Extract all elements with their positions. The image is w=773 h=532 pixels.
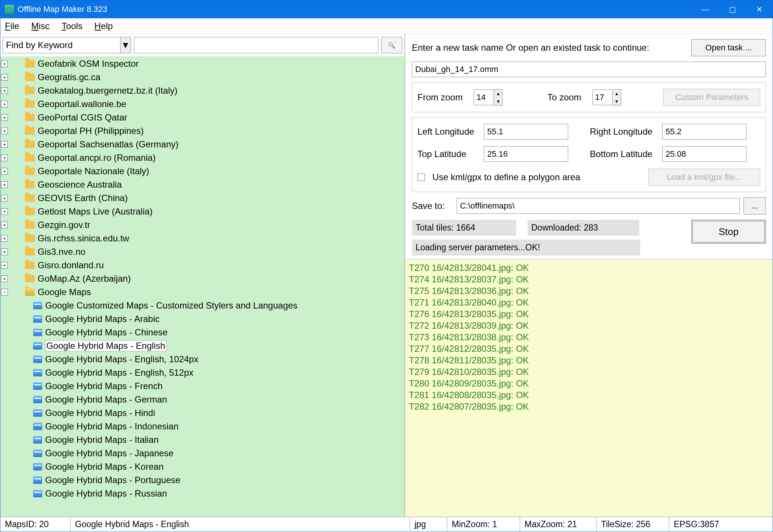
- tree-map-item[interactable]: Google Hybrid Maps - Russian: [1, 487, 404, 500]
- status-minzoom: MinZoom: 1: [447, 517, 520, 532]
- tree-map-item[interactable]: Google Hybrid Maps - Korean: [1, 460, 404, 473]
- tree-folder[interactable]: +Gis3.nve.no: [1, 245, 404, 259]
- load-kml-button[interactable]: Load a kml/gpx file...: [648, 169, 760, 186]
- tree-folder[interactable]: +GeoPortal CGIS Qatar: [1, 111, 404, 124]
- browse-button[interactable]: ...: [744, 197, 766, 215]
- tree-folder[interactable]: +Geofabrik OSM Inspector: [1, 57, 404, 71]
- expand-icon[interactable]: +: [1, 195, 8, 201]
- tree-folder[interactable]: +Gisro.donland.ru: [1, 259, 404, 272]
- tree-map-item[interactable]: Google Hybrid Maps - English: [1, 339, 404, 353]
- tree-folder[interactable]: +Geoportail.wallonie.be: [1, 97, 404, 111]
- right-longitude-input[interactable]: [662, 124, 747, 140]
- to-zoom-up[interactable]: ▲: [613, 90, 621, 97]
- search-input[interactable]: [134, 37, 378, 53]
- menu-tools[interactable]: Tools: [60, 19, 84, 33]
- to-zoom-down[interactable]: ▼: [613, 97, 621, 105]
- tree-folder[interactable]: +Geoportale Nazionale (Italy): [1, 165, 404, 178]
- tree-folder[interactable]: +Geokatalog.buergernetz.bz.it (Italy): [1, 84, 404, 97]
- tree-map-item[interactable]: Google Hybrid Maps - English, 512px: [1, 366, 404, 379]
- tree-map-item[interactable]: Google Hybrid Maps - Italian: [1, 433, 404, 447]
- maximize-button[interactable]: ▢: [719, 0, 746, 18]
- find-mode-combo[interactable]: Find by Keyword ▼: [3, 37, 131, 53]
- to-zoom-input[interactable]: [592, 90, 613, 105]
- tree-map-item[interactable]: Google Hybrid Maps - English, 1024px: [1, 353, 404, 366]
- expand-icon[interactable]: +: [1, 60, 8, 67]
- log-line: T277 16/42812/28035.jpg: OK: [409, 343, 769, 354]
- tree-map-item[interactable]: Google Hybrid Maps - Portuguese: [1, 473, 404, 487]
- tree-folder-open[interactable]: −Google Maps: [1, 285, 404, 299]
- log-line: T276 16/42813/28035.jpg: OK: [409, 308, 769, 320]
- from-zoom-input[interactable]: [474, 90, 494, 105]
- tree-map-item[interactable]: Google Hybrid Maps - Indonesian: [1, 420, 404, 433]
- tree-map-label: Google Hybrid Maps - Arabic: [45, 314, 160, 324]
- map-icon: [33, 329, 42, 336]
- top-latitude-input[interactable]: [484, 146, 568, 162]
- tree-map-item[interactable]: Google Hybrid Maps - Hindi: [1, 406, 404, 420]
- expand-icon[interactable]: +: [1, 181, 8, 188]
- tree-map-item[interactable]: Google Hybrid Maps - Chinese: [1, 326, 404, 339]
- close-button[interactable]: ✕: [746, 0, 773, 18]
- folder-icon: [25, 275, 35, 282]
- tree-map-item[interactable]: Google Customized Maps - Customized Styl…: [1, 299, 404, 312]
- expand-icon[interactable]: +: [1, 248, 8, 255]
- expand-icon[interactable]: +: [1, 154, 8, 161]
- tree-map-item[interactable]: Google Hybrid Maps - German: [1, 393, 404, 406]
- custom-parameters-button[interactable]: Custom Parameters: [663, 89, 760, 106]
- status-selected: Google Hybrid Maps - English: [71, 517, 410, 532]
- titlebar[interactable]: 🌐 Offline Map Maker 8.323 — ▢ ✕: [0, 0, 773, 18]
- expand-icon[interactable]: +: [1, 262, 8, 269]
- kml-checkbox[interactable]: [417, 173, 425, 181]
- folder-icon: [25, 181, 35, 188]
- expand-icon[interactable]: +: [1, 235, 8, 242]
- expand-icon[interactable]: +: [1, 222, 8, 228]
- from-zoom-up[interactable]: ▲: [494, 90, 502, 97]
- tree-folder[interactable]: +GoMap.Az (Azerbaijan): [1, 272, 404, 285]
- tree-folder[interactable]: +GEOVIS Earth (China): [1, 191, 404, 205]
- tree-map-label: Google Hybrid Maps - Italian: [45, 435, 159, 445]
- search-button[interactable]: 🔍: [381, 37, 402, 53]
- download-log[interactable]: T270 16/42813/28041.jpg: OKT274 16/42813…: [405, 259, 773, 517]
- tree-folder[interactable]: +Gezgin.gov.tr: [1, 218, 404, 232]
- minimize-button[interactable]: —: [692, 0, 719, 18]
- status-mapsid: MapsID: 20: [0, 517, 71, 532]
- maps-tree[interactable]: +Geofabrik OSM Inspector+Geogratis.gc.ca…: [0, 56, 404, 517]
- bottom-lat-label: Bottom Latitude: [590, 149, 657, 159]
- expand-icon[interactable]: +: [1, 101, 8, 107]
- expand-icon[interactable]: +: [1, 275, 8, 282]
- expand-icon[interactable]: +: [1, 128, 8, 134]
- chevron-down-icon: ▼: [120, 37, 131, 53]
- expand-icon[interactable]: +: [1, 208, 8, 215]
- tree-folder[interactable]: +Geogratis.gc.ca: [1, 71, 404, 84]
- left-longitude-input[interactable]: [484, 124, 568, 140]
- expand-icon[interactable]: +: [1, 74, 8, 81]
- tree-map-item[interactable]: Google Hybrid Maps - Japanese: [1, 447, 404, 460]
- menu-misc[interactable]: Misc: [30, 19, 51, 33]
- tree-folder[interactable]: +Geoscience Australia: [1, 178, 404, 191]
- menu-help[interactable]: Help: [93, 19, 114, 33]
- expand-icon[interactable]: +: [1, 141, 8, 148]
- bottom-latitude-input[interactable]: [662, 146, 747, 162]
- save-to-label: Save to:: [412, 201, 453, 211]
- expand-icon[interactable]: +: [1, 168, 8, 175]
- tree-folder[interactable]: +Gis.rchss.sinica.edu.tw: [1, 232, 404, 245]
- tree-folder-label: Geoportal PH (Philippines): [38, 126, 144, 136]
- open-task-button[interactable]: Open task ...: [691, 39, 766, 56]
- task-name-input[interactable]: [412, 62, 766, 77]
- tree-folder-label: GeoPortal CGIS Qatar: [38, 112, 127, 123]
- tree-map-item[interactable]: Google Hybrid Maps - French: [1, 379, 404, 393]
- tree-folder[interactable]: +Geoportal.ancpi.ro (Romania): [1, 151, 404, 165]
- tree-folder-label: Gis.rchss.sinica.edu.tw: [38, 233, 129, 244]
- tree-map-item[interactable]: Google Hybrid Maps - Arabic: [1, 312, 404, 326]
- from-zoom-down[interactable]: ▼: [494, 97, 502, 105]
- expand-icon[interactable]: +: [1, 87, 8, 94]
- menu-file[interactable]: File: [3, 19, 21, 33]
- map-icon: [33, 396, 42, 403]
- expand-icon[interactable]: +: [1, 114, 8, 121]
- tree-folder-label: Geogratis.gc.ca: [38, 72, 100, 82]
- tree-folder[interactable]: +Geoportal PH (Philippines): [1, 124, 404, 138]
- tree-folder[interactable]: +Geoportal Sachsenatlas (Germany): [1, 138, 404, 151]
- stop-button[interactable]: Stop: [691, 220, 766, 244]
- save-to-input[interactable]: [457, 198, 740, 214]
- collapse-icon[interactable]: −: [1, 289, 8, 295]
- tree-folder[interactable]: +Getlost Maps Live (Australia): [1, 205, 404, 218]
